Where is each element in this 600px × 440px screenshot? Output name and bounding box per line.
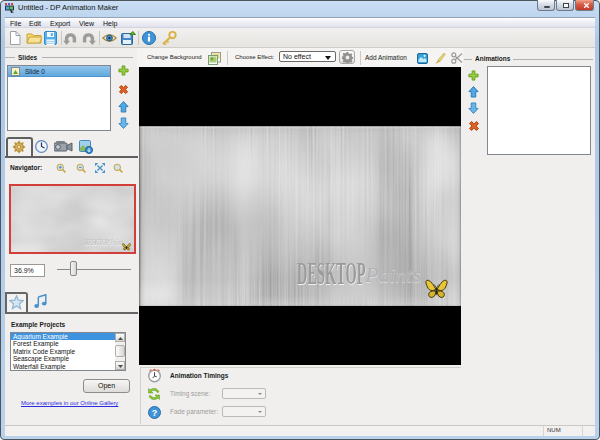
svg-text:?: ? (152, 408, 158, 418)
